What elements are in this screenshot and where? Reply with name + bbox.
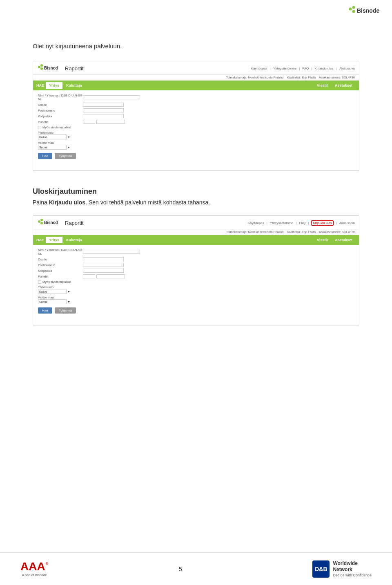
select-row-yhtiomuoto-2: Yhtiömuoto Kaikki ▼ [38, 285, 354, 294]
mini-form-area-2: Nimi / Y-tunnus / D&B D-U-N-S® Nr. Osoit… [33, 245, 359, 317]
mini-meta-2: Toimeksiantaja: Nordiskt testkonto Finla… [33, 229, 359, 235]
input-nimi-2[interactable] [83, 250, 140, 254]
btn-tyhjenna-2[interactable]: Tyhjennä [55, 307, 76, 314]
meta-toimeksiantaja-1: Toimeksiantaja: Nordiskt testkonto Finla… [226, 76, 283, 79]
btn-hae-1[interactable]: Hae [38, 153, 52, 159]
form-row-kotipaikka-1: Kotipaikka [38, 114, 354, 118]
btn-hae-2[interactable]: Hae [38, 307, 52, 314]
text-before-link: Paina [33, 199, 49, 206]
label-kotipaikka-1: Kotipaikka [38, 114, 83, 118]
dnb-text-badge: D&B [315, 566, 327, 572]
screenshot-2: Bisnode Raportit Käyttöopas | Yhteystiet… [33, 215, 359, 325]
form-row-puhelin-2: Puhelin [38, 274, 354, 278]
svg-point-8 [38, 220, 40, 223]
secondary-tabs-1: Viestit Asetukset [314, 82, 356, 89]
tab-viestit-1[interactable]: Viestit [314, 82, 331, 89]
input-postinumero-1[interactable] [83, 108, 124, 112]
aaa-text-logo: AAA ® A part of Bisnode [20, 561, 48, 577]
tab-viestit-2[interactable]: Viestit [314, 237, 331, 243]
tab-asetukset-1[interactable]: Asetukset [332, 82, 356, 89]
mini-bisnode-logo-1: Bisnode [37, 64, 58, 73]
nav-aloitussivu-2[interactable]: Aloitussivu [339, 221, 355, 225]
select-maa-2[interactable]: Suomi [38, 299, 67, 304]
label-nimi-2: Nimi / Y-tunnus / D&B D-U-N-S® Nr. [38, 248, 83, 256]
secondary-tabs-2: Viestit Asetukset [314, 237, 356, 243]
svg-text:Bisnode: Bisnode [357, 7, 379, 14]
checkbox-sivutoimipaikat-1[interactable] [38, 126, 41, 129]
nav-kirjaudu-ulos-1[interactable]: Kirjaudu ulos [314, 67, 333, 70]
uloskirjautuminen-heading: Uloskirjautuminen [33, 187, 359, 196]
bisnode-logo-svg: Bisnode [347, 5, 380, 18]
tab-yritys-2[interactable]: Yritys [46, 237, 62, 243]
kirjaudu-ulos-link-text: Kirjaudu ulos [49, 199, 85, 206]
input-puhelin-prefix-1[interactable] [83, 120, 95, 124]
aaa-sub: A part of Bisnode [20, 573, 48, 577]
mini-app-title-1: Raportit [65, 65, 84, 72]
checkbox-sivutoimipaikat-2[interactable] [38, 280, 41, 284]
meta-asiakasnumero-2: Asiakasnumero: SOL4F30 [319, 230, 355, 234]
label-puhelin-1: Puhelin [38, 120, 83, 124]
form-row-postinumero-2: Postinumero [38, 263, 354, 267]
hae-label-1: HAE [36, 83, 44, 87]
svg-point-5 [40, 64, 43, 67]
nav-kayttoopas-1: Käyttöopas [251, 67, 267, 70]
input-puhelin-prefix-2[interactable] [83, 274, 95, 278]
tab-kuluttaja-1[interactable]: Kuluttaja [63, 82, 85, 89]
svg-point-10 [40, 222, 43, 224]
dnb-text-block: Worldwide Network Decide with Confidence [333, 560, 372, 577]
bisnode-logo-top: Bisnode [347, 5, 380, 18]
form-row-kotipaikka-2: Kotipaikka [38, 269, 354, 273]
svg-point-4 [38, 66, 40, 68]
input-kotipaikka-1[interactable] [83, 114, 124, 118]
btn-tyhjenna-1[interactable]: Tyhjennä [55, 153, 76, 159]
input-nimi-1[interactable] [83, 95, 140, 99]
input-osoite-1[interactable] [83, 103, 124, 107]
hae-label-2: HAE [36, 238, 44, 242]
svg-point-6 [40, 67, 43, 70]
form-row-puhelin-1: Puhelin [38, 120, 354, 124]
mini-bisnode-logo-2: Bisnode [37, 218, 58, 227]
dnb-network: Network [333, 567, 372, 572]
page-header: Bisnode [0, 0, 392, 18]
nav-faq-2: FAQ [299, 221, 305, 225]
mini-green-bar-1: HAE Yritys Kuluttaja Viestit Asetukset [33, 81, 359, 90]
svg-point-1 [352, 6, 355, 9]
svg-text:Bisnode: Bisnode [44, 220, 58, 225]
aaa-letters: AAA [20, 561, 45, 572]
tab-asetukset-2[interactable]: Asetukset [332, 237, 356, 243]
form-row-postinumero-1: Postinumero [38, 108, 354, 112]
input-puhelin-number-1[interactable] [96, 120, 125, 124]
meta-toimeksiantaja-2: Toimeksiantaja: Nordiskt testkonto Finla… [226, 230, 283, 234]
mini-nav-links-1: Käyttöopas | Yhteystietomme | FAQ | Kirj… [251, 67, 355, 70]
label-osoite-2: Osoite [38, 258, 83, 261]
input-postinumero-2[interactable] [83, 263, 124, 267]
dnb-badge: D&B [312, 560, 330, 578]
label-kotipaikka-2: Kotipaikka [38, 269, 83, 273]
nav-kirjaudu-ulos-2[interactable]: Kirjaudu ulos [311, 220, 333, 226]
select-yhtiomuoto-1[interactable]: Kaikki [38, 134, 67, 139]
label-nimi-1: Nimi / Y-tunnus / D&B D-U-N-S® Nr. [38, 94, 83, 101]
label-yhtiomuoto-2: Yhtiömuoto [38, 285, 354, 289]
meta-kasittelija-1: Käsittelijä: Erja Fästä [287, 76, 316, 79]
svg-point-0 [349, 8, 352, 11]
label-maa-1: Valitse maa [38, 141, 354, 145]
select-row-yhtiomuoto-1: Yhtiömuoto Kaikki ▼ [38, 131, 354, 139]
mini-app-header-1: Bisnode Raportit Käyttöopas | Yhteystiet… [33, 61, 359, 75]
input-puhelin-number-2[interactable] [96, 274, 125, 278]
checkbox-label-sivutoimipaikat-1: Myös sivutoimipaikat [42, 126, 71, 129]
select-yhtiomuoto-2[interactable]: Kaikki [38, 289, 67, 294]
aaa-registered: ® [46, 562, 49, 566]
nav-aloitussivu-1[interactable]: Aloitussivu [339, 67, 355, 70]
mini-nav-links-2: Käyttöopas | Yhteystietomme | FAQ | Kirj… [248, 220, 355, 226]
svg-point-9 [40, 219, 43, 221]
select-maa-1[interactable]: Suomi [38, 145, 67, 150]
nav-yhteystietomme-1: Yhteystietomme [273, 67, 296, 70]
input-osoite-2[interactable] [83, 257, 124, 261]
main-content: Olet nyt kirjautuneena palveluun. Bisnod… [0, 18, 392, 358]
page-number: 5 [179, 566, 182, 572]
tab-kuluttaja-2[interactable]: Kuluttaja [63, 237, 85, 243]
tab-yritys-1[interactable]: Yritys [46, 82, 62, 89]
input-kotipaikka-2[interactable] [83, 269, 124, 273]
meta-asiakasnumero-1: Asiakasnumero: SOL4F30 [319, 76, 355, 79]
form-row-osoite-2: Osoite [38, 257, 354, 261]
